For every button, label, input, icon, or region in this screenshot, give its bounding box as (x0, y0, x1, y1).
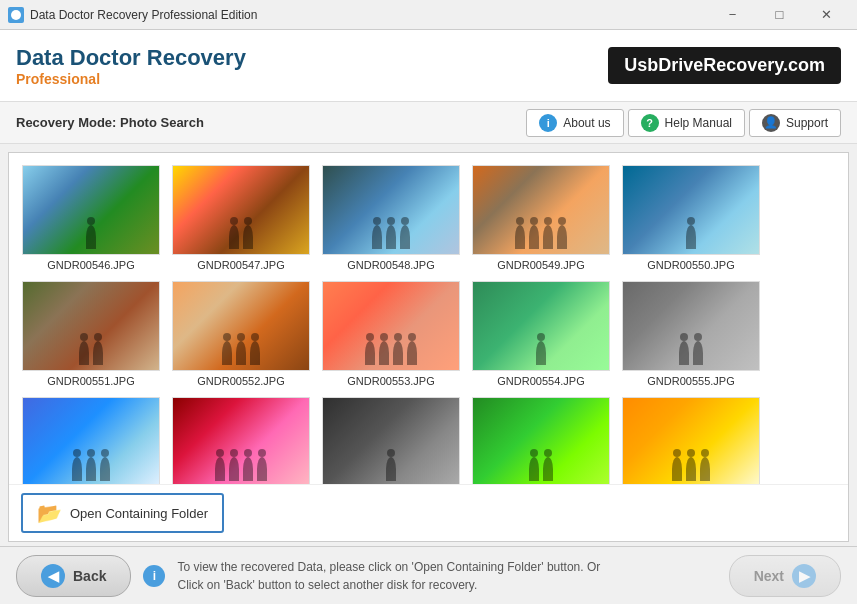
silhouette (215, 457, 267, 481)
support-icon: 👤 (762, 114, 780, 132)
silhouette (529, 457, 553, 481)
photo-item[interactable]: GNDR00549.JPG (471, 165, 611, 271)
photo-label: GNDR00546.JPG (47, 259, 134, 271)
photo-thumbnail (622, 397, 760, 484)
info-line2: Click on 'Back' button to select another… (177, 576, 716, 594)
silhouette (386, 457, 396, 481)
bottom-bar: ◀ Back i To view the recovered Data, ple… (0, 546, 857, 604)
photo-thumbnail (622, 281, 760, 371)
photo-item[interactable]: GNDR00560.JPG (621, 397, 761, 484)
photo-thumbnail (22, 281, 160, 371)
info-icon: i (539, 114, 557, 132)
silhouette (72, 457, 110, 481)
silhouette (515, 225, 567, 249)
title-bar: Data Doctor Recovery Professional Editio… (0, 0, 857, 30)
photo-item[interactable]: GNDR00547.JPG (171, 165, 311, 271)
toolbar: Recovery Mode: Photo Search i About us ?… (0, 102, 857, 144)
photo-thumbnail (172, 397, 310, 484)
help-icon: ? (641, 114, 659, 132)
back-button[interactable]: ◀ Back (16, 555, 131, 597)
photo-item[interactable]: GNDR00552.JPG (171, 281, 311, 387)
silhouette (536, 341, 546, 365)
silhouette (86, 225, 96, 249)
info-line1: To view the recovered Data, please click… (177, 558, 716, 576)
back-icon: ◀ (41, 564, 65, 588)
folder-btn-label: Open Containing Folder (70, 506, 208, 521)
photo-item[interactable]: GNDR00550.JPG (621, 165, 761, 271)
photo-label: GNDR00547.JPG (197, 259, 284, 271)
photo-item[interactable]: GNDR00546.JPG (21, 165, 161, 271)
logo-subtitle: Professional (16, 71, 246, 87)
photo-item[interactable]: GNDR00559.JPG (471, 397, 611, 484)
main-content: GNDR00546.JPGGNDR00547.JPGGNDR00548.JPGG… (8, 152, 849, 542)
photo-thumbnail (472, 281, 610, 371)
photo-label: GNDR00548.JPG (347, 259, 434, 271)
photo-thumbnail (22, 397, 160, 484)
photo-item[interactable]: GNDR00553.JPG (321, 281, 461, 387)
brand-text: UsbDriveRecovery.com (608, 47, 841, 84)
about-label: About us (563, 116, 610, 130)
recovery-mode: Recovery Mode: Photo Search (16, 115, 204, 130)
title-bar-left: Data Doctor Recovery Professional Editio… (8, 7, 257, 23)
app-logo: Data Doctor Recovery Professional (16, 45, 246, 87)
photo-label: GNDR00553.JPG (347, 375, 434, 387)
folder-btn-area: 📂 Open Containing Folder (9, 484, 848, 541)
silhouette (686, 225, 696, 249)
folder-icon: 📂 (37, 501, 62, 525)
minimize-button[interactable]: − (710, 0, 755, 30)
recovery-mode-value: Photo Search (120, 115, 204, 130)
toolbar-buttons: i About us ? Help Manual 👤 Support (526, 109, 841, 137)
photo-thumbnail (172, 165, 310, 255)
photo-label: GNDR00555.JPG (647, 375, 734, 387)
silhouette (679, 341, 703, 365)
photo-item[interactable]: GNDR00558.JPG (321, 397, 461, 484)
info-circle-icon: i (143, 565, 165, 587)
photo-label: GNDR00552.JPG (197, 375, 284, 387)
photo-label: GNDR00551.JPG (47, 375, 134, 387)
silhouette (79, 341, 103, 365)
silhouette (365, 341, 417, 365)
photo-thumbnail (472, 165, 610, 255)
photo-thumbnail (172, 281, 310, 371)
photo-item[interactable]: GNDR00556.JPG (21, 397, 161, 484)
photo-thumbnail (322, 397, 460, 484)
silhouette (222, 341, 260, 365)
next-button[interactable]: Next ▶ (729, 555, 841, 597)
silhouette (372, 225, 410, 249)
photo-thumbnail (22, 165, 160, 255)
info-message: To view the recovered Data, please click… (177, 558, 716, 594)
svg-point-0 (11, 10, 21, 20)
photo-label: GNDR00549.JPG (497, 259, 584, 271)
photo-item[interactable]: GNDR00548.JPG (321, 165, 461, 271)
next-icon: ▶ (792, 564, 816, 588)
photo-thumbnail (322, 165, 460, 255)
about-button[interactable]: i About us (526, 109, 623, 137)
window-controls: − □ ✕ (710, 0, 849, 30)
logo-title: Data Doctor Recovery (16, 45, 246, 71)
help-label: Help Manual (665, 116, 732, 130)
silhouette (229, 225, 253, 249)
open-folder-button[interactable]: 📂 Open Containing Folder (21, 493, 224, 533)
photo-thumbnail (472, 397, 610, 484)
close-button[interactable]: ✕ (804, 0, 849, 30)
photo-item[interactable]: GNDR00554.JPG (471, 281, 611, 387)
photo-thumbnail (322, 281, 460, 371)
recovery-mode-label: Recovery Mode: (16, 115, 116, 130)
window-title: Data Doctor Recovery Professional Editio… (30, 8, 257, 22)
next-label: Next (754, 568, 784, 584)
app-icon (8, 7, 24, 23)
header: Data Doctor Recovery Professional UsbDri… (0, 30, 857, 102)
photo-thumbnail (622, 165, 760, 255)
photo-label: GNDR00550.JPG (647, 259, 734, 271)
photo-label: GNDR00554.JPG (497, 375, 584, 387)
maximize-button[interactable]: □ (757, 0, 802, 30)
support-label: Support (786, 116, 828, 130)
photo-item[interactable]: GNDR00551.JPG (21, 281, 161, 387)
support-button[interactable]: 👤 Support (749, 109, 841, 137)
back-label: Back (73, 568, 106, 584)
photo-grid: GNDR00546.JPGGNDR00547.JPGGNDR00548.JPGG… (9, 153, 848, 484)
silhouette (672, 457, 710, 481)
help-button[interactable]: ? Help Manual (628, 109, 745, 137)
photo-item[interactable]: GNDR00557.JPG (171, 397, 311, 484)
photo-item[interactable]: GNDR00555.JPG (621, 281, 761, 387)
